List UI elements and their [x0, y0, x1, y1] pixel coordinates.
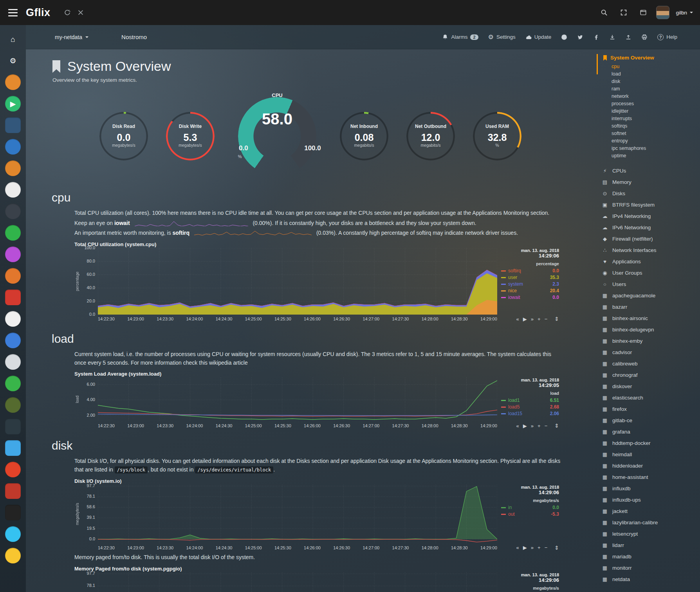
rewind-icon[interactable]: « [516, 423, 519, 429]
sidebar-app-icon[interactable] [5, 290, 21, 305]
sidebar-app-icon[interactable] [5, 139, 21, 155]
github-icon[interactable] [561, 34, 567, 40]
close-icon[interactable] [74, 6, 87, 19]
toc-section-item[interactable]: ◉ User Groups [601, 267, 697, 279]
toc-section-item[interactable]: ▤ Memory [601, 176, 697, 188]
toc-subitem[interactable]: ipc semaphores [612, 145, 697, 152]
disk-io-chart[interactable]: Disk I/O (system.io) megabytes/s 97.778.… [74, 478, 559, 551]
sidebar-app-icon[interactable]: ▶ [5, 96, 21, 112]
toc-subitem[interactable]: network [612, 93, 697, 100]
sidebar-app-icon[interactable] [5, 548, 21, 563]
hamburger-icon[interactable] [0, 9, 26, 16]
zoom-out-icon[interactable]: − [545, 423, 548, 429]
softirq-sparkline[interactable] [194, 230, 312, 236]
legend-row[interactable]: load1 6.51 [501, 397, 559, 404]
resize-icon[interactable]: ⇕ [554, 316, 559, 322]
export-icon[interactable] [625, 34, 631, 40]
server-dropdown[interactable]: my-netdata [55, 34, 88, 40]
toc-app-item[interactable]: ▦ binhex-delugevpn [601, 324, 697, 335]
legend-row[interactable]: iowait 0.0 [501, 294, 559, 301]
toc-subitem[interactable]: processes [612, 100, 697, 108]
sidebar-app-icon[interactable] [5, 311, 21, 327]
search-icon[interactable] [597, 6, 611, 19]
twitter-icon[interactable] [577, 34, 583, 40]
toc-section-item[interactable]: ☁ IPv4 Networking [601, 211, 697, 222]
resize-icon[interactable]: ⇕ [554, 545, 559, 551]
legend-row[interactable]: system 2.3 [501, 281, 559, 288]
legend-row[interactable]: out -5.3 [501, 511, 559, 518]
toc-app-item[interactable]: ▦ monitorr [601, 562, 697, 574]
toc-section-item[interactable]: ⊙ Disks [601, 188, 697, 199]
toc-app-item[interactable]: ▦ elasticsearch [601, 392, 697, 403]
sidebar-app-icon[interactable] [5, 333, 21, 348]
toc-app-item[interactable]: ▦ bazarr [601, 301, 697, 313]
sidebar-app-icon[interactable] [5, 74, 21, 90]
toc-section-item[interactable]: ◆ Firewall (netfilter) [601, 233, 697, 245]
toc-section-item[interactable]: ⚡ CPUs [601, 165, 697, 176]
sidebar-app-icon[interactable] [5, 354, 21, 370]
forward-icon[interactable]: » [531, 316, 534, 322]
toc-app-item[interactable]: ▦ mariadb [601, 551, 697, 562]
toc-section-item[interactable]: ♥ Applications [601, 256, 697, 267]
sidebar-app-icon[interactable] [5, 440, 21, 456]
zoom-in-icon[interactable]: + [538, 545, 541, 551]
help-button[interactable]: ? Help [657, 34, 677, 40]
sidebar-app-icon[interactable] [5, 268, 21, 284]
toc-app-item[interactable]: ▦ lazylibrarian-calibre [601, 517, 697, 528]
sidebar-app-icon[interactable] [5, 462, 21, 477]
toc-section-item[interactable]: ☁ IPv6 Networking [601, 222, 697, 233]
sidebar-app-icon[interactable]: ⚙ [5, 53, 21, 68]
print-icon[interactable] [641, 34, 648, 40]
toc-system-overview[interactable]: System Overview [601, 55, 697, 61]
toc-app-item[interactable]: ▦ binhex-airsonic [601, 313, 697, 324]
zoom-out-icon[interactable]: − [545, 316, 548, 322]
rewind-icon[interactable]: « [516, 545, 519, 551]
cpu-gauge[interactable]: CPU 58.0 0.0 100.0 % [233, 92, 322, 181]
window-icon[interactable] [637, 6, 650, 19]
toc-app-item[interactable]: ▦ letsencrypt [601, 528, 697, 540]
toc-app-item[interactable]: ▦ influxdb [601, 483, 697, 494]
toc-subitem[interactable]: softnet [612, 130, 697, 137]
sidebar-app-icon[interactable] [5, 397, 21, 413]
user-menu[interactable]: gilbn [676, 10, 693, 16]
toc-app-item[interactable]: ▦ calibreweb [601, 358, 697, 369]
sidebar-app-icon[interactable] [5, 526, 21, 542]
legend-row[interactable]: softirq 0.0 [501, 268, 559, 274]
toc-subitem[interactable]: ram [612, 85, 697, 93]
toc-app-item[interactable]: ▦ binhex-emby [601, 335, 697, 347]
play-icon[interactable]: ▶ [523, 423, 527, 429]
gauge[interactable]: Used RAM 32.8 % [473, 112, 521, 160]
sidebar-app-icon[interactable] [5, 182, 21, 198]
sidebar-app-icon[interactable] [5, 247, 21, 262]
sidebar-app-icon[interactable] [5, 117, 21, 133]
legend-row[interactable]: in 0.0 [501, 504, 559, 511]
update-button[interactable]: Update [525, 34, 552, 40]
zoom-in-icon[interactable]: + [538, 423, 541, 429]
toc-subitem[interactable]: uptime [612, 152, 697, 160]
toc-app-item[interactable]: ▦ lidarr [601, 540, 697, 551]
gauge[interactable]: Net Inbound 0.08 megabits/s [340, 112, 388, 160]
toc-app-item[interactable]: ▦ heimdall [601, 449, 697, 460]
toc-app-item[interactable]: ▦ chronograf [601, 369, 697, 381]
toc-subitem[interactable]: interrupts [612, 115, 697, 122]
toc-app-item[interactable]: ▦ apacheguacamole [601, 290, 697, 301]
toc-subitem[interactable]: softirqs [612, 122, 697, 130]
toc-section-item[interactable]: ○ Users [601, 279, 697, 290]
sidebar-app-icon[interactable] [5, 419, 21, 434]
forward-icon[interactable]: » [531, 545, 534, 551]
facebook-icon[interactable] [593, 34, 599, 40]
toc-app-item[interactable]: ▦ firefox [601, 403, 697, 415]
gauge[interactable]: Disk Read 0.0 megabytes/s [99, 112, 148, 160]
rewind-icon[interactable]: « [516, 316, 519, 322]
sidebar-app-icon[interactable]: ⌂ [5, 31, 21, 47]
iowait-sparkline[interactable] [135, 220, 248, 226]
toc-subitem[interactable]: entropy [612, 137, 697, 145]
legend-row[interactable]: user 35.3 [501, 274, 559, 281]
load-average-chart[interactable]: System Load Average (system.load) load 6… [74, 371, 559, 429]
sidebar-app-icon[interactable] [5, 203, 21, 219]
toc-app-item[interactable]: ▦ influxdb-ups [601, 494, 697, 506]
toc-subitem[interactable]: disk [612, 78, 697, 85]
alarms-button[interactable]: Alarms 2 [442, 34, 478, 40]
sidebar-app-icon[interactable] [5, 376, 21, 391]
sidebar-app-icon[interactable] [5, 483, 21, 499]
